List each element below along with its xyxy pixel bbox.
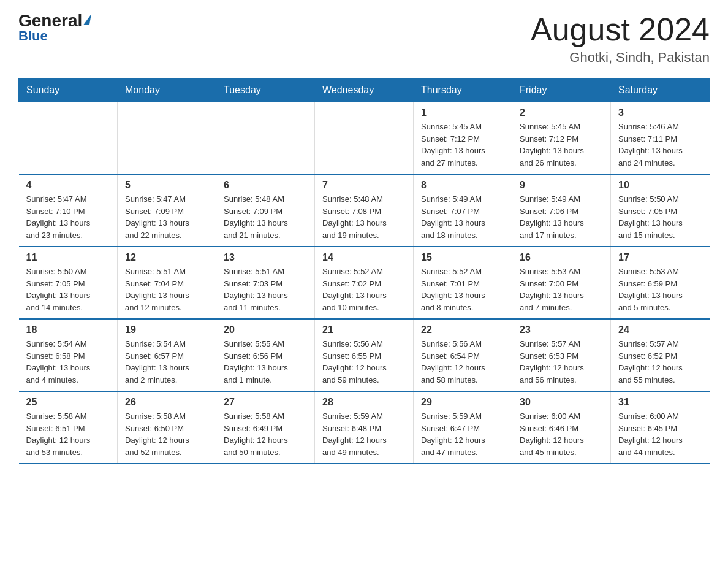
day-number: 9 [520, 180, 603, 191]
day-info: Sunrise: 5:57 AMSunset: 6:52 PMDaylight:… [618, 338, 702, 386]
day-number: 14 [322, 252, 406, 263]
header-day-thursday: Thursday [414, 79, 512, 102]
day-info: Sunrise: 5:52 AMSunset: 7:02 PMDaylight:… [322, 266, 406, 313]
day-info: Sunrise: 6:00 AMSunset: 6:46 PMDaylight:… [520, 410, 603, 458]
calendar-cell: 25Sunrise: 5:58 AMSunset: 6:51 PMDayligh… [19, 391, 118, 464]
day-info: Sunrise: 5:47 AMSunset: 7:09 PMDaylight:… [125, 193, 208, 241]
calendar-cell: 27Sunrise: 5:58 AMSunset: 6:49 PMDayligh… [216, 391, 315, 464]
calendar-cell [118, 102, 216, 175]
calendar-table: SundayMondayTuesdayWednesdayThursdayFrid… [18, 78, 710, 464]
day-number: 28 [322, 397, 406, 408]
day-info: Sunrise: 5:49 AMSunset: 7:07 PMDaylight:… [421, 193, 504, 241]
calendar-cell: 22Sunrise: 5:56 AMSunset: 6:54 PMDayligh… [414, 319, 512, 391]
day-info: Sunrise: 5:57 AMSunset: 6:53 PMDaylight:… [520, 338, 603, 386]
day-info: Sunrise: 5:50 AMSunset: 7:05 PMDaylight:… [26, 266, 110, 313]
day-number: 27 [224, 397, 307, 408]
day-number: 16 [520, 252, 603, 263]
day-number: 12 [125, 252, 208, 263]
day-number: 4 [26, 180, 110, 191]
calendar-cell: 10Sunrise: 5:50 AMSunset: 7:05 PMDayligh… [611, 174, 710, 247]
calendar-cell: 4Sunrise: 5:47 AMSunset: 7:10 PMDaylight… [19, 174, 118, 247]
day-number: 20 [224, 324, 307, 335]
calendar-cell: 29Sunrise: 5:59 AMSunset: 6:47 PMDayligh… [414, 391, 512, 464]
calendar-cell [19, 102, 118, 175]
day-number: 7 [322, 180, 406, 191]
day-number: 24 [618, 324, 702, 335]
calendar-cell: 14Sunrise: 5:52 AMSunset: 7:02 PMDayligh… [315, 247, 414, 319]
calendar-cell: 17Sunrise: 5:53 AMSunset: 6:59 PMDayligh… [611, 247, 710, 319]
calendar-cell: 18Sunrise: 5:54 AMSunset: 6:58 PMDayligh… [19, 319, 118, 391]
logo-blue-text: Blue [18, 29, 48, 43]
calendar-cell: 15Sunrise: 5:52 AMSunset: 7:01 PMDayligh… [414, 247, 512, 319]
calendar-cell: 19Sunrise: 5:54 AMSunset: 6:57 PMDayligh… [118, 319, 216, 391]
header-day-saturday: Saturday [611, 79, 710, 102]
calendar-body: 1Sunrise: 5:45 AMSunset: 7:12 PMDaylight… [19, 102, 710, 464]
week-row-1: 1Sunrise: 5:45 AMSunset: 7:12 PMDaylight… [19, 102, 710, 175]
calendar-cell: 1Sunrise: 5:45 AMSunset: 7:12 PMDaylight… [414, 102, 512, 175]
day-number: 10 [618, 180, 702, 191]
day-number: 17 [618, 252, 702, 263]
calendar-cell: 8Sunrise: 5:49 AMSunset: 7:07 PMDaylight… [414, 174, 512, 247]
calendar-cell: 7Sunrise: 5:48 AMSunset: 7:08 PMDaylight… [315, 174, 414, 247]
day-info: Sunrise: 5:54 AMSunset: 6:58 PMDaylight:… [26, 338, 110, 386]
day-info: Sunrise: 5:59 AMSunset: 6:47 PMDaylight:… [421, 410, 504, 458]
title-block: August 2024 Ghotki, Sindh, Pakistan [531, 12, 710, 66]
day-number: 11 [26, 252, 110, 263]
day-number: 23 [520, 324, 603, 335]
header-day-sunday: Sunday [19, 79, 118, 102]
location-subtitle: Ghotki, Sindh, Pakistan [531, 50, 710, 66]
calendar-cell: 11Sunrise: 5:50 AMSunset: 7:05 PMDayligh… [19, 247, 118, 319]
month-year-title: August 2024 [531, 12, 710, 47]
day-number: 5 [125, 180, 208, 191]
calendar-cell: 6Sunrise: 5:48 AMSunset: 7:09 PMDaylight… [216, 174, 315, 247]
day-info: Sunrise: 5:47 AMSunset: 7:10 PMDaylight:… [26, 193, 110, 241]
day-info: Sunrise: 5:56 AMSunset: 6:55 PMDaylight:… [322, 338, 406, 386]
logo-general-text: General [18, 12, 90, 29]
calendar-cell: 20Sunrise: 5:55 AMSunset: 6:56 PMDayligh… [216, 319, 315, 391]
calendar-cell: 23Sunrise: 5:57 AMSunset: 6:53 PMDayligh… [512, 319, 611, 391]
day-info: Sunrise: 5:48 AMSunset: 7:09 PMDaylight:… [224, 193, 307, 241]
day-info: Sunrise: 5:52 AMSunset: 7:01 PMDaylight:… [421, 266, 504, 313]
header-day-friday: Friday [512, 79, 611, 102]
day-number: 13 [224, 252, 307, 263]
header-day-wednesday: Wednesday [315, 79, 414, 102]
calendar-cell: 9Sunrise: 5:49 AMSunset: 7:06 PMDaylight… [512, 174, 611, 247]
day-number: 18 [26, 324, 110, 335]
calendar-cell [216, 102, 315, 175]
day-info: Sunrise: 5:58 AMSunset: 6:50 PMDaylight:… [125, 410, 208, 458]
day-number: 22 [421, 324, 504, 335]
calendar-cell: 12Sunrise: 5:51 AMSunset: 7:04 PMDayligh… [118, 247, 216, 319]
day-number: 26 [125, 397, 208, 408]
calendar-cell: 3Sunrise: 5:46 AMSunset: 7:11 PMDaylight… [611, 102, 710, 175]
day-info: Sunrise: 5:58 AMSunset: 6:51 PMDaylight:… [26, 410, 110, 458]
day-number: 19 [125, 324, 208, 335]
day-info: Sunrise: 5:54 AMSunset: 6:57 PMDaylight:… [125, 338, 208, 386]
week-row-2: 4Sunrise: 5:47 AMSunset: 7:10 PMDaylight… [19, 174, 710, 247]
day-info: Sunrise: 5:51 AMSunset: 7:03 PMDaylight:… [224, 266, 307, 313]
day-info: Sunrise: 5:55 AMSunset: 6:56 PMDaylight:… [224, 338, 307, 386]
day-number: 1 [421, 107, 504, 118]
day-number: 29 [421, 397, 504, 408]
calendar-cell: 31Sunrise: 6:00 AMSunset: 6:45 PMDayligh… [611, 391, 710, 464]
day-info: Sunrise: 5:46 AMSunset: 7:11 PMDaylight:… [618, 121, 702, 169]
calendar-cell: 24Sunrise: 5:57 AMSunset: 6:52 PMDayligh… [611, 319, 710, 391]
day-number: 8 [421, 180, 504, 191]
header-row: SundayMondayTuesdayWednesdayThursdayFrid… [19, 79, 710, 102]
header-day-monday: Monday [118, 79, 216, 102]
logo: General Blue [18, 12, 90, 43]
day-number: 25 [26, 397, 110, 408]
calendar-cell: 30Sunrise: 6:00 AMSunset: 6:46 PMDayligh… [512, 391, 611, 464]
week-row-3: 11Sunrise: 5:50 AMSunset: 7:05 PMDayligh… [19, 247, 710, 319]
day-number: 30 [520, 397, 603, 408]
week-row-4: 18Sunrise: 5:54 AMSunset: 6:58 PMDayligh… [19, 319, 710, 391]
day-info: Sunrise: 5:59 AMSunset: 6:48 PMDaylight:… [322, 410, 406, 458]
calendar-cell: 2Sunrise: 5:45 AMSunset: 7:12 PMDaylight… [512, 102, 611, 175]
calendar-cell: 16Sunrise: 5:53 AMSunset: 7:00 PMDayligh… [512, 247, 611, 319]
day-number: 31 [618, 397, 702, 408]
day-info: Sunrise: 5:58 AMSunset: 6:49 PMDaylight:… [224, 410, 307, 458]
calendar-cell: 13Sunrise: 5:51 AMSunset: 7:03 PMDayligh… [216, 247, 315, 319]
day-number: 15 [421, 252, 504, 263]
page-header: General Blue August 2024 Ghotki, Sindh, … [18, 12, 710, 66]
day-info: Sunrise: 5:45 AMSunset: 7:12 PMDaylight:… [520, 121, 603, 169]
calendar-header: SundayMondayTuesdayWednesdayThursdayFrid… [19, 79, 710, 102]
